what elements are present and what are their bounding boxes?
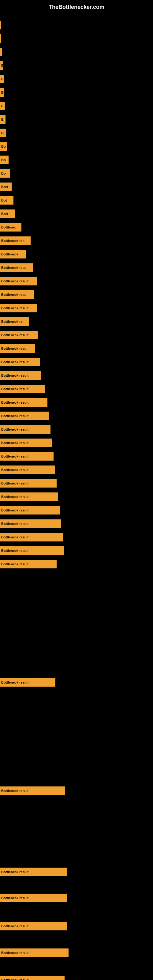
bar-14: Bott xyxy=(0,210,15,218)
bar-row-36: Bottleneck result xyxy=(0,503,153,514)
bar-35: Bottleneck result xyxy=(0,492,58,501)
bar-row-35: Bottleneck result xyxy=(0,490,153,501)
bar-row-8: B xyxy=(0,126,153,137)
bar-label-42: Bottleneck result xyxy=(1,789,29,792)
bar-28: Bottleneck result xyxy=(0,398,48,407)
bar-17: Bottleneck xyxy=(0,250,26,258)
bar-label-8: B xyxy=(1,131,4,135)
bar-26: Bottleneck result xyxy=(0,371,41,380)
bar-label-24: Bottleneck resu xyxy=(1,347,27,350)
bar-row-10: Bo xyxy=(0,153,153,164)
bar-label-14: Bott xyxy=(1,212,8,216)
bar-row-3: E xyxy=(0,59,153,70)
bar-row-46: Bottleneck result xyxy=(0,946,153,957)
bar-label-44: Bottleneck result xyxy=(1,896,29,900)
bar-row-19: Bottleneck result xyxy=(0,274,153,285)
bar-row-29: Bottleneck result xyxy=(0,409,153,420)
bar-label-31: Bottleneck result xyxy=(1,441,29,445)
bar-row-34: Bottleneck result xyxy=(0,477,153,488)
bar-row-24: Bottleneck resu xyxy=(0,342,153,353)
bar-9: Bo xyxy=(0,142,7,151)
bar-row-26: Bottleneck result xyxy=(0,369,153,380)
bar-32: Bottleneck result xyxy=(0,452,54,461)
bar-41: Bottleneck result xyxy=(0,678,56,687)
bar-label-4: E xyxy=(1,77,3,81)
bar-row-11: Bo xyxy=(0,167,153,178)
bar-row-39: Bottleneck result xyxy=(0,544,153,555)
bar-row-0 xyxy=(0,18,153,29)
bar-29: Bottleneck result xyxy=(0,412,49,420)
bar-36: Bottleneck result xyxy=(0,506,60,514)
bar-2 xyxy=(0,48,2,56)
bar-label-30: Bottleneck result xyxy=(1,428,29,431)
bar-label-38: Bottleneck result xyxy=(1,535,29,539)
bar-row-7: E xyxy=(0,113,153,124)
bar-row-38: Bottleneck result xyxy=(0,530,153,541)
bar-22: Bottleneck re xyxy=(0,317,29,326)
bar-3: E xyxy=(0,61,3,70)
bar-row-40: Bottleneck result xyxy=(0,557,153,568)
bar-label-32: Bottleneck result xyxy=(1,455,29,458)
bar-11: Bo xyxy=(0,169,10,178)
bar-row-33: Bottleneck result xyxy=(0,463,153,474)
bar-8: B xyxy=(0,129,6,137)
bar-row-5: B xyxy=(0,86,153,97)
bar-row-4: E xyxy=(0,72,153,83)
bar-label-36: Bottleneck result xyxy=(1,508,29,512)
bar-row-43: Bottleneck result xyxy=(0,865,153,876)
bar-23: Bottleneck result xyxy=(0,331,38,339)
bar-21: Bottleneck result xyxy=(0,304,37,312)
bar-label-22: Bottleneck re xyxy=(1,320,22,323)
bar-row-20: Bottleneck resu xyxy=(0,288,153,299)
bar-label-47: Bottleneck result xyxy=(1,978,29,980)
bar-row-25: Bottleneck result xyxy=(0,355,153,366)
bar-row-32: Bottleneck result xyxy=(0,450,153,461)
bar-row-21: Bottleneck result xyxy=(0,301,153,312)
bar-label-43: Bottleneck result xyxy=(1,870,29,874)
bar-row-14: Bott xyxy=(0,207,153,218)
bar-label-5: B xyxy=(1,91,4,94)
bar-label-21: Bottleneck result xyxy=(1,306,29,310)
bar-27: Bottleneck result xyxy=(0,385,45,393)
bar-37: Bottleneck result xyxy=(0,519,61,528)
bar-10: Bo xyxy=(0,156,9,164)
bar-39: Bottleneck result xyxy=(0,546,64,555)
bar-label-18: Bottleneck resu xyxy=(1,266,27,269)
bar-label-20: Bottleneck resu xyxy=(1,293,27,296)
bar-row-27: Bottleneck result xyxy=(0,382,153,393)
bar-row-28: Bottleneck result xyxy=(0,396,153,407)
bar-label-27: Bottleneck result xyxy=(1,387,29,391)
bar-5: B xyxy=(0,88,4,97)
bar-47: Bottleneck result xyxy=(0,976,65,980)
bar-label-13: Bot xyxy=(1,199,7,202)
bar-row-9: Bo xyxy=(0,140,153,151)
bar-25: Bottleneck result xyxy=(0,358,40,366)
bar-18: Bottleneck resu xyxy=(0,263,33,272)
bar-label-15: Bottlenec xyxy=(1,225,16,229)
bar-label-3: E xyxy=(1,64,3,67)
bar-33: Bottleneck result xyxy=(0,466,55,474)
bar-row-23: Bottleneck result xyxy=(0,328,153,339)
bar-45: Bottleneck result xyxy=(0,922,67,931)
bar-label-39: Bottleneck result xyxy=(1,549,29,552)
bar-34: Bottleneck result xyxy=(0,479,57,488)
bar-row-1 xyxy=(0,32,153,43)
bar-row-44: Bottleneck result xyxy=(0,891,153,902)
bar-label-29: Bottleneck result xyxy=(1,414,29,418)
bar-7: E xyxy=(0,115,5,124)
bar-24: Bottleneck resu xyxy=(0,344,35,353)
bar-13: Bot xyxy=(0,196,13,205)
bar-label-26: Bottleneck result xyxy=(1,374,29,377)
bar-label-23: Bottleneck result xyxy=(1,333,29,337)
bar-label-41: Bottleneck result xyxy=(1,681,29,684)
bar-row-41: Bottleneck result xyxy=(0,676,153,687)
bar-43: Bottleneck result xyxy=(0,868,67,876)
bar-15: Bottlenec xyxy=(0,223,21,232)
bar-label-35: Bottleneck result xyxy=(1,495,29,499)
bar-row-16: Bottleneck res xyxy=(0,234,153,245)
bar-4: E xyxy=(0,75,4,83)
bar-19: Bottleneck result xyxy=(0,277,37,285)
bar-label-7: E xyxy=(1,118,3,121)
bar-6: E xyxy=(0,102,5,110)
bar-row-42: Bottleneck result xyxy=(0,784,153,795)
